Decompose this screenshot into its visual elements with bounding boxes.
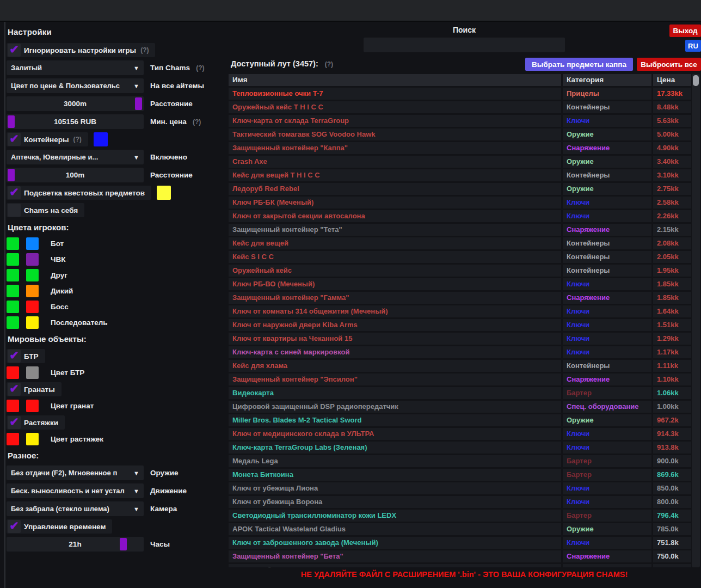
- grenades-checkbox[interactable]: ✔Гранаты: [7, 382, 62, 396]
- drop-all-button[interactable]: Выбросить все: [637, 58, 701, 71]
- column-header-0[interactable]: Имя: [229, 74, 561, 86]
- exit-button[interactable]: Выход: [669, 24, 701, 37]
- search-input[interactable]: [364, 38, 565, 52]
- loot-row[interactable]: ВидеокартаБартер1.06kk: [229, 387, 691, 399]
- container-distance-slider[interactable]: 100m: [7, 168, 144, 182]
- loot-row[interactable]: Кейс для вещейКонтейнеры2.08kk: [229, 237, 691, 249]
- loot-row[interactable]: Ключ от заброшенного завода (Меченый)Клю…: [229, 537, 691, 549]
- loot-row[interactable]: Медаль LegaБартер900.0k: [229, 455, 691, 467]
- loot-row[interactable]: Кейс для хламаКонтейнеры1.11kk: [229, 360, 691, 372]
- loot-row[interactable]: Crash AxeОружие3.40kk: [229, 156, 691, 168]
- select-kappa-items-button[interactable]: Выбрать предметы каппа: [525, 58, 633, 71]
- loot-row[interactable]: Тепловизионные очки T-7Прицелы17.33kk: [229, 88, 691, 100]
- loot-row[interactable]: APOK Tactical Wasteland GladiusОружие785…: [229, 523, 691, 535]
- btr-color-swatch-1[interactable]: [7, 366, 19, 379]
- loot-row[interactable]: Защищенный контейнер "Гамма"Снаряжение1.…: [229, 292, 691, 304]
- grenade-color-swatch-1[interactable]: [7, 400, 19, 412]
- player-color-scav-swatch-1[interactable]: [7, 285, 19, 297]
- item-price: 914.3k: [653, 428, 691, 440]
- loot-row[interactable]: Ключ РБ-ВО (Меченый)Ключи1.85kk: [229, 278, 691, 290]
- loot-row[interactable]: Цифровой защищенный DSP радиопередатчикС…: [229, 401, 691, 413]
- container-distance-slider-handle[interactable]: [8, 169, 15, 181]
- loot-row[interactable]: Ключ от квартиры на Чеканной 15Ключи1.29…: [229, 333, 691, 345]
- loot-scrollbar-track[interactable]: [692, 74, 700, 567]
- item-price: 5.63kk: [653, 115, 691, 127]
- loot-row[interactable]: Кейс для вещей T H I C CКонтейнеры3.10kk: [229, 169, 691, 181]
- quest-highlight-checkbox[interactable]: ✔Подсветка квестовых предметов: [7, 186, 151, 200]
- loot-row[interactable]: Защищенный контейнер "Эпсилон"Снаряжение…: [229, 373, 691, 385]
- loot-row[interactable]: Ключ от закрытой секции автосалонаКлючи2…: [229, 210, 691, 222]
- min-price-slider[interactable]: 105156 RUB: [7, 114, 144, 129]
- containers-color-swatch[interactable]: [94, 132, 108, 146]
- camera-mods-dropdown[interactable]: Без забрала (стекло шлема)▼: [7, 501, 144, 516]
- player-color-bot-swatch-2[interactable]: [26, 237, 39, 250]
- loot-row[interactable]: Ключ от убежища ВоронаКлючи800.0k: [229, 496, 691, 508]
- chevron-down-icon: ▼: [133, 470, 139, 476]
- tripwire-color-swatch-1[interactable]: [7, 433, 19, 445]
- loot-row[interactable]: Ключ от убежища ЛионаКлючи850.0k: [229, 482, 691, 494]
- loot-row[interactable]: Ключ-карта с синей маркировкойКлючи1.17k…: [229, 346, 691, 358]
- loot-row[interactable]: Ключ от медицинского склада в УЛЬТРАКлюч…: [229, 428, 691, 440]
- loot-row[interactable]: Ключ от комнаты 314 общежития (Меченый)К…: [229, 305, 691, 317]
- containers-checkbox[interactable]: ✔Контейнеры(?): [7, 132, 88, 146]
- loot-row[interactable]: Miller Bros. Blades M-2 Tactical SwordОр…: [229, 414, 691, 426]
- loot-row[interactable]: Ключ от убежища ЗвездыКлючи750.0k: [229, 564, 691, 567]
- loot-row[interactable]: Защищенный контейнер "Каппа"Снаряжение4.…: [229, 142, 691, 154]
- loot-row[interactable]: Кейс S I C CКонтейнеры2.05kk: [229, 251, 691, 263]
- btr-color-swatch-2[interactable]: [26, 366, 39, 379]
- tripwire-color-swatch-2[interactable]: [26, 433, 39, 445]
- loot-row[interactable]: Ключ РБ-БК (Меченый)Ключи2.58kk: [229, 197, 691, 209]
- player-color-boss-swatch-1[interactable]: [7, 301, 19, 313]
- container-categories-dropdown[interactable]: Аптечка, Ювелирные и...▼: [7, 150, 144, 164]
- item-name: Кейс для вещей: [229, 237, 561, 249]
- player-color-pmc-swatch-1[interactable]: [7, 253, 19, 266]
- loot-row[interactable]: Ключ-карта TerraGroup Labs (Зеленая)Ключ…: [229, 442, 691, 454]
- player-color-bot-swatch-1[interactable]: [7, 237, 19, 250]
- chams-self-checkbox[interactable]: Chams на себя: [7, 203, 84, 217]
- item-category: Бартер: [563, 510, 651, 522]
- player-color-boss-swatch-2[interactable]: [26, 301, 39, 313]
- ignore-game-settings-checkbox[interactable]: ✔Игнорировать настройки игры(?): [7, 43, 155, 57]
- item-category: Ключи: [563, 333, 651, 345]
- btr-checkbox[interactable]: ✔БТР: [7, 349, 45, 363]
- loot-distance-slider-handle[interactable]: [135, 97, 142, 110]
- min-price-slider-handle[interactable]: [8, 115, 15, 128]
- loot-row[interactable]: Защищенный контейнер "Бета"Снаряжение750…: [229, 550, 691, 562]
- loot-row[interactable]: Оружейный кейс T H I C CКонтейнеры8.48kk: [229, 101, 691, 113]
- column-header-1[interactable]: Категория: [563, 74, 651, 86]
- item-price: 1.51kk: [653, 319, 691, 331]
- item-name: Ключ от наружной двери Kiba Arms: [229, 319, 561, 331]
- chams-type-label: Тип Chams (?): [150, 64, 205, 72]
- loot-row[interactable]: Ключ-карта от склада TerraGroupКлючи5.63…: [229, 115, 691, 127]
- loot-row[interactable]: Тактический томагавк SOG Voodoo HawkОруж…: [229, 128, 691, 140]
- player-color-friend-swatch-1[interactable]: [7, 269, 19, 281]
- loot-row[interactable]: Светодиодный трансиллюминатор кожи LEDXБ…: [229, 510, 691, 522]
- quest-highlight-color-swatch[interactable]: [157, 186, 171, 200]
- item-category: Оружие: [563, 128, 651, 140]
- loot-row[interactable]: Ледоруб Red RebelОружие2.75kk: [229, 183, 691, 195]
- movement-mods-dropdown[interactable]: Беск. выносливость и нет устал▼: [7, 483, 144, 498]
- loot-distance-slider[interactable]: 3000m: [7, 96, 144, 111]
- loot-row[interactable]: Ключ от наружной двери Kiba ArmsКлючи1.5…: [229, 319, 691, 331]
- chams-type-dropdown[interactable]: Залитый▼: [7, 60, 144, 75]
- time-control-checkbox[interactable]: ✔Управление временем: [7, 519, 112, 534]
- item-price: 5.00kk: [653, 128, 691, 140]
- language-button[interactable]: RU: [685, 40, 701, 52]
- player-color-scav-swatch-2[interactable]: [26, 285, 39, 297]
- all-items-mode-dropdown[interactable]: Цвет по цене & Пользовательс▼: [7, 78, 144, 93]
- loot-row[interactable]: Оружейный кейсКонтейнеры1.95kk: [229, 265, 691, 277]
- hours-slider-handle[interactable]: [120, 538, 127, 550]
- column-header-2[interactable]: Цена: [653, 74, 691, 86]
- grenade-color-swatch-2[interactable]: [26, 400, 39, 412]
- tripwires-checkbox[interactable]: ✔Растяжки: [7, 415, 65, 430]
- player-color-pmc-swatch-2[interactable]: [26, 253, 39, 266]
- player-color-follower-swatch-1[interactable]: [7, 316, 19, 329]
- loot-row[interactable]: Защищенный контейнер "Тета"Снаряжение2.1…: [229, 224, 691, 236]
- player-color-friend-swatch-2[interactable]: [26, 269, 39, 281]
- hours-slider[interactable]: 21h: [7, 537, 144, 552]
- loot-scrollbar-thumb[interactable]: [693, 75, 699, 86]
- loot-row[interactable]: Монета БиткоинаБартер869.6k: [229, 469, 691, 481]
- player-color-follower-swatch-2[interactable]: [26, 316, 39, 329]
- weapon-mods-dropdown[interactable]: Без отдачи (F2), Мгновенное п▼: [7, 465, 144, 480]
- item-price: 850.0k: [653, 482, 691, 494]
